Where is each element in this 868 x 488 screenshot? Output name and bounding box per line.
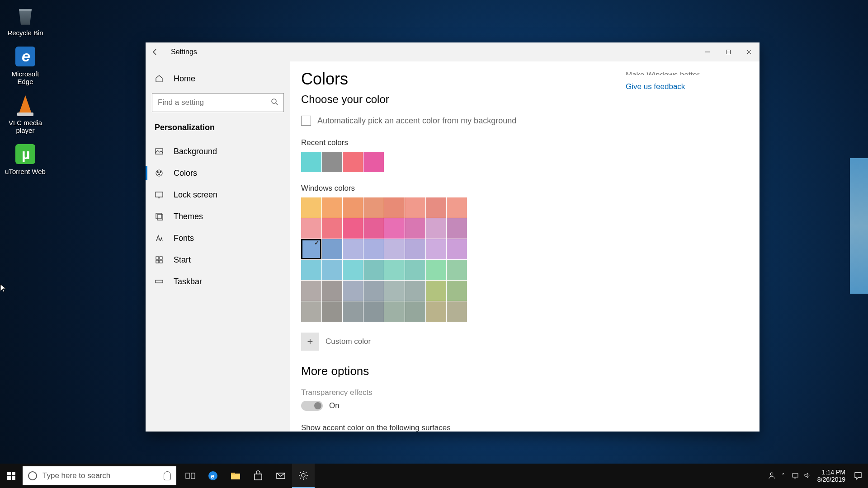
- color-swatch[interactable]: [322, 301, 342, 322]
- color-swatch[interactable]: [405, 197, 425, 218]
- sidebar-item-fonts[interactable]: Fonts: [146, 227, 290, 249]
- color-swatch[interactable]: [322, 218, 342, 239]
- checkbox-icon[interactable]: [301, 116, 311, 126]
- color-swatch[interactable]: [322, 260, 342, 280]
- color-swatch[interactable]: [322, 239, 342, 259]
- svg-rect-8: [156, 213, 161, 219]
- svg-text:e: e: [211, 472, 214, 480]
- tray-overflow[interactable]: ˄: [778, 472, 789, 479]
- color-swatch[interactable]: [343, 281, 363, 301]
- color-swatch[interactable]: [426, 281, 446, 301]
- maximize-button[interactable]: [718, 42, 739, 61]
- color-swatch[interactable]: [363, 301, 384, 322]
- color-swatch[interactable]: [301, 197, 321, 218]
- color-swatch[interactable]: [426, 260, 446, 280]
- desktop-icon-recycle-bin[interactable]: Recycle Bin: [3, 4, 48, 37]
- color-swatch[interactable]: [384, 301, 405, 322]
- taskbar-explorer[interactable]: [224, 464, 247, 488]
- taskbar-settings[interactable]: [292, 464, 315, 488]
- close-button[interactable]: [739, 42, 760, 61]
- color-swatch[interactable]: [384, 281, 405, 301]
- color-swatch[interactable]: [301, 218, 321, 239]
- search-field[interactable]: [158, 98, 271, 107]
- color-swatch[interactable]: [363, 260, 384, 280]
- sidebar-home[interactable]: Home: [146, 68, 290, 89]
- sidebar-item-taskbar[interactable]: Taskbar: [146, 271, 290, 292]
- sidebar-item-background[interactable]: Background: [146, 141, 290, 162]
- transparency-toggle[interactable]: [301, 401, 323, 411]
- color-swatch[interactable]: [405, 301, 425, 322]
- main-panel[interactable]: Colors Choose your color Automatically p…: [301, 70, 626, 432]
- titlebar[interactable]: Settings: [146, 42, 760, 61]
- color-swatch[interactable]: [322, 197, 342, 218]
- color-swatch[interactable]: [405, 281, 425, 301]
- desktop-icon-utorrent[interactable]: uTorrent Web: [3, 142, 48, 175]
- color-swatch[interactable]: [384, 260, 405, 280]
- desktop-icon-edge[interactable]: Microsoft Edge: [3, 45, 48, 85]
- auto-accent-checkbox-row[interactable]: Automatically pick an accent color from …: [301, 116, 626, 126]
- color-swatch[interactable]: [322, 152, 342, 172]
- color-swatch[interactable]: [405, 239, 425, 259]
- desktop-icon-vlc[interactable]: VLC media player: [3, 94, 48, 134]
- minimize-button[interactable]: [697, 42, 718, 61]
- taskbar-store[interactable]: [247, 464, 269, 488]
- color-swatch[interactable]: [343, 152, 363, 172]
- color-swatch[interactable]: [343, 260, 363, 280]
- color-swatch[interactable]: [301, 281, 321, 301]
- color-swatch[interactable]: [426, 301, 446, 322]
- feedback-link[interactable]: Give us feedback: [626, 82, 743, 91]
- sidebar-item-colors[interactable]: Colors: [146, 162, 290, 184]
- color-swatch[interactable]: [384, 197, 405, 218]
- color-swatch[interactable]: [426, 197, 446, 218]
- sidebar-item-start[interactable]: Start: [146, 249, 290, 271]
- sidebar-item-lockscreen[interactable]: Lock screen: [146, 184, 290, 206]
- color-swatch[interactable]: [343, 301, 363, 322]
- color-swatch[interactable]: [426, 239, 446, 259]
- cortana-icon: [28, 471, 37, 480]
- color-swatch[interactable]: [301, 152, 321, 172]
- desktop-icon-label: Microsoft Edge: [3, 70, 48, 85]
- taskbar-edge[interactable]: e: [202, 464, 224, 488]
- color-swatch[interactable]: [405, 260, 425, 280]
- sidebar-item-label: Fonts: [174, 234, 194, 243]
- tray-people[interactable]: [766, 471, 778, 481]
- sidebar-item-themes[interactable]: Themes: [146, 206, 290, 227]
- color-swatch[interactable]: [301, 239, 321, 259]
- color-swatch[interactable]: [301, 301, 321, 322]
- taskbar-mail[interactable]: [269, 464, 292, 488]
- color-swatch[interactable]: [363, 197, 384, 218]
- action-center-button[interactable]: [852, 469, 864, 482]
- color-swatch[interactable]: [447, 197, 467, 218]
- tray-volume-icon[interactable]: [801, 472, 813, 480]
- color-swatch[interactable]: [343, 218, 363, 239]
- start-button[interactable]: [0, 464, 23, 488]
- color-swatch[interactable]: [322, 281, 342, 301]
- color-swatch[interactable]: [384, 218, 405, 239]
- color-swatch[interactable]: [447, 260, 467, 280]
- svg-rect-20: [191, 473, 195, 479]
- color-swatch[interactable]: [447, 281, 467, 301]
- color-swatch[interactable]: [447, 239, 467, 259]
- svg-point-6: [159, 174, 160, 175]
- mic-icon: [164, 471, 171, 480]
- svg-point-4: [157, 172, 159, 173]
- color-swatch[interactable]: [343, 239, 363, 259]
- taskbar-clock[interactable]: 1:14 PM 8/26/2019: [813, 469, 850, 483]
- color-swatch[interactable]: [405, 218, 425, 239]
- color-swatch[interactable]: [343, 197, 363, 218]
- color-swatch[interactable]: [363, 152, 384, 172]
- color-swatch[interactable]: [426, 218, 446, 239]
- search-input[interactable]: [152, 93, 284, 112]
- back-button[interactable]: [146, 42, 165, 61]
- color-swatch[interactable]: [363, 239, 384, 259]
- color-swatch[interactable]: [447, 218, 467, 239]
- custom-color-button[interactable]: + Custom color: [301, 333, 626, 351]
- color-swatch[interactable]: [301, 260, 321, 280]
- color-swatch[interactable]: [363, 281, 384, 301]
- color-swatch[interactable]: [363, 218, 384, 239]
- color-swatch[interactable]: [447, 301, 467, 322]
- task-view-button[interactable]: [179, 464, 202, 488]
- color-swatch[interactable]: [384, 239, 405, 259]
- taskbar-search[interactable]: Type here to search: [23, 466, 176, 485]
- tray-network-icon[interactable]: [789, 472, 801, 480]
